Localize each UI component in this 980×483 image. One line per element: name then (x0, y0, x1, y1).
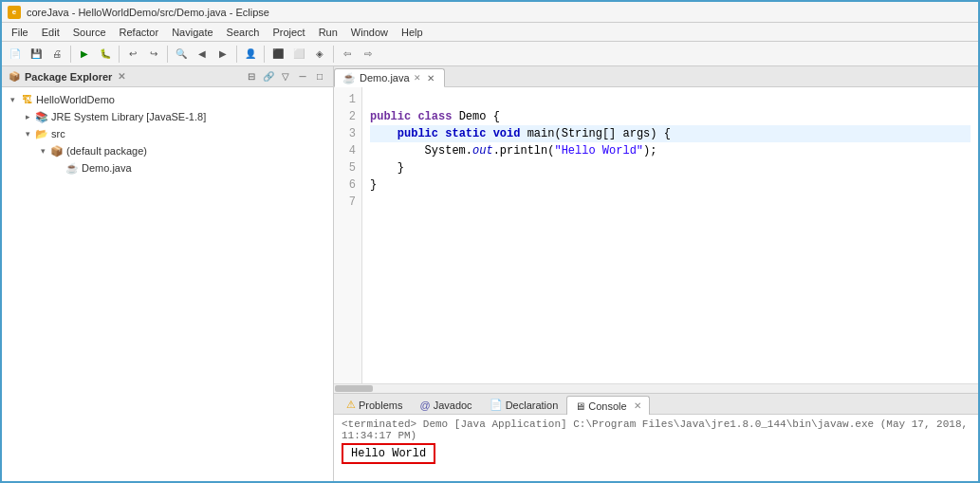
tree-toggle-src[interactable]: ▾ (21, 127, 34, 140)
toolbar-new[interactable]: 📄 (6, 45, 25, 64)
app-icon: e (8, 6, 21, 19)
menu-item-help[interactable]: Help (396, 26, 429, 39)
bottom-tab-label-console: Console (588, 400, 626, 412)
package-explorer-title: Package Explorer (25, 71, 112, 83)
toolbar-sep-5 (264, 46, 265, 63)
package-explorer-badge: ✕ (118, 71, 125, 82)
console-terminated: <terminated> Demo [Java Application] C:\… (342, 418, 971, 441)
horizontal-scrollbar[interactable] (334, 383, 978, 393)
kw-void: void (493, 127, 521, 140)
menu-item-project[interactable]: Project (267, 26, 310, 39)
toolbar-misc5[interactable]: ⇨ (359, 45, 378, 64)
toolbar-misc3[interactable]: ◈ (310, 45, 329, 64)
tree-icon-helloworld: 🏗 (19, 92, 34, 107)
console-icon: 🖥 (575, 400, 585, 412)
toolbar-run[interactable]: ▶ (75, 45, 94, 64)
tree-icon-jre: 📚 (34, 109, 49, 124)
editor-tab-close[interactable]: ✕ (425, 72, 436, 84)
editor-tab-icon: ☕ (342, 72, 356, 84)
code-line-1 (370, 91, 971, 108)
toolbar-misc4[interactable]: ⇦ (338, 45, 357, 64)
package-explorer-header: 📦 Package Explorer ✕ ⊟ 🔗 ▽ ─ □ (2, 66, 333, 87)
toolbar-prev[interactable]: ◀ (193, 45, 212, 64)
line-number-2: 2 (340, 108, 356, 125)
menu-item-file[interactable]: File (6, 26, 34, 39)
code-line-6: } (370, 176, 971, 194)
tree-toggle-jre[interactable]: ▸ (21, 110, 34, 123)
console-output: Hello World (342, 443, 435, 464)
field-out: out (472, 144, 493, 158)
menu-item-refactor[interactable]: Refactor (114, 26, 165, 39)
link-editor-btn[interactable]: 🔗 (261, 69, 276, 84)
bottom-tab-close-console[interactable]: ✕ (634, 400, 641, 411)
menu-item-window[interactable]: Window (345, 26, 394, 39)
bottom-tab-bar: ⚠Problems@Javadoc📄Declaration🖥Console✕ (334, 394, 978, 415)
kw-public: public (370, 110, 411, 123)
tree-item-helloworld[interactable]: ▾🏗HelloWorldDemo (2, 91, 333, 108)
code-line-7 (370, 194, 971, 211)
toolbar-sep-4 (236, 46, 237, 63)
menu-item-source[interactable]: Source (67, 26, 112, 39)
package-explorer-icon: 📦 (8, 70, 21, 84)
line-number-7: 7 (340, 194, 356, 211)
bottom-tab-label-javadoc: Javadoc (434, 399, 472, 411)
toolbar-save[interactable]: 💾 (27, 45, 46, 64)
menu-item-search[interactable]: Search (221, 26, 266, 39)
kw-static: static (445, 127, 486, 140)
menu-item-run[interactable]: Run (313, 26, 343, 39)
editor-tab-badge: ✕ (414, 73, 421, 83)
tree-label-helloworld: HelloWorldDemo (36, 94, 115, 105)
tree-item-src[interactable]: ▾📂src (2, 125, 333, 142)
toolbar-redo[interactable]: ↪ (144, 45, 163, 64)
toolbar: 📄 💾 🖨 ▶ 🐛 ↩ ↪ 🔍 ◀ ▶ 👤 ⬛ ⬜ ◈ ⇦ ⇨ (2, 42, 978, 66)
bottom-tab-label-declaration: Declaration (506, 399, 559, 411)
tree-item-defpkg[interactable]: ▾📦(default package) (2, 142, 333, 159)
scrollbar-thumb[interactable] (335, 385, 373, 392)
editor-panel: ☕ Demo.java ✕ ✕ 1234567 public class Dem… (334, 66, 978, 481)
tree-icon-demojava: ☕ (65, 160, 80, 176)
toolbar-sep-2 (119, 46, 120, 63)
editor-tab-demo-java[interactable]: ☕ Demo.java ✕ ✕ (334, 68, 445, 87)
kw-public2: public (398, 127, 438, 140)
toolbar-debug[interactable]: 🐛 (96, 45, 115, 64)
menu-bar: FileEditSourceRefactorNavigateSearchProj… (2, 23, 978, 42)
code-line-4: System.out.println("Hello World"); (370, 142, 971, 159)
bottom-panel: ⚠Problems@Javadoc📄Declaration🖥Console✕ <… (334, 393, 978, 481)
panel-header-actions: ⊟ 🔗 ▽ ─ □ (244, 69, 327, 84)
line-number-4: 4 (340, 142, 356, 159)
toolbar-person[interactable]: 👤 (241, 45, 260, 64)
bottom-tab-declaration[interactable]: 📄Declaration (481, 395, 567, 414)
bottom-tab-problems[interactable]: ⚠Problems (338, 395, 411, 414)
editor-tab-label: Demo.java (360, 72, 410, 84)
panel-maximize-btn[interactable]: □ (312, 69, 327, 84)
tree-item-jre[interactable]: ▸📚JRE System Library [JavaSE-1.8] (2, 108, 333, 125)
toolbar-next[interactable]: ▶ (213, 45, 232, 64)
collapse-all-btn[interactable]: ⊟ (244, 69, 259, 84)
toolbar-sep-3 (167, 46, 168, 63)
toolbar-misc2[interactable]: ⬜ (289, 45, 308, 64)
code-content[interactable]: public class Demo { public static void m… (362, 87, 978, 383)
tree-toggle-defpkg[interactable]: ▾ (36, 144, 49, 158)
tree-label-src: src (51, 128, 65, 139)
toolbar-misc1[interactable]: ⬛ (268, 45, 287, 64)
tree-toggle-helloworld[interactable]: ▾ (6, 93, 19, 106)
editor-tab-bar: ☕ Demo.java ✕ ✕ (334, 66, 978, 87)
line-number-5: 5 (340, 159, 356, 176)
panel-minimize-btn[interactable]: ─ (295, 69, 310, 84)
bottom-tab-console[interactable]: 🖥Console✕ (566, 396, 649, 415)
str-hello: "Hello World" (554, 144, 643, 158)
toolbar-search[interactable]: 🔍 (172, 45, 191, 64)
package-tree: ▾🏗HelloWorldDemo▸📚JRE System Library [Ja… (2, 87, 333, 481)
tree-item-demojava[interactable]: ☕Demo.java (2, 159, 333, 176)
toolbar-undo[interactable]: ↩ (123, 45, 142, 64)
menu-item-navigate[interactable]: Navigate (166, 26, 218, 39)
panel-menu-btn[interactable]: ▽ (278, 69, 293, 84)
code-line-3: public static void main(String[] args) { (370, 125, 971, 142)
main-area: 📦 Package Explorer ✕ ⊟ 🔗 ▽ ─ □ ▾🏗HelloWo… (2, 66, 978, 481)
bottom-tab-label-problems: Problems (359, 399, 402, 411)
console-content: <terminated> Demo [Java Application] C:\… (334, 415, 978, 481)
bottom-tab-javadoc[interactable]: @Javadoc (411, 395, 480, 414)
menu-item-edit[interactable]: Edit (36, 26, 65, 39)
tree-icon-defpkg: 📦 (49, 143, 65, 158)
toolbar-print[interactable]: 🖨 (47, 45, 66, 64)
